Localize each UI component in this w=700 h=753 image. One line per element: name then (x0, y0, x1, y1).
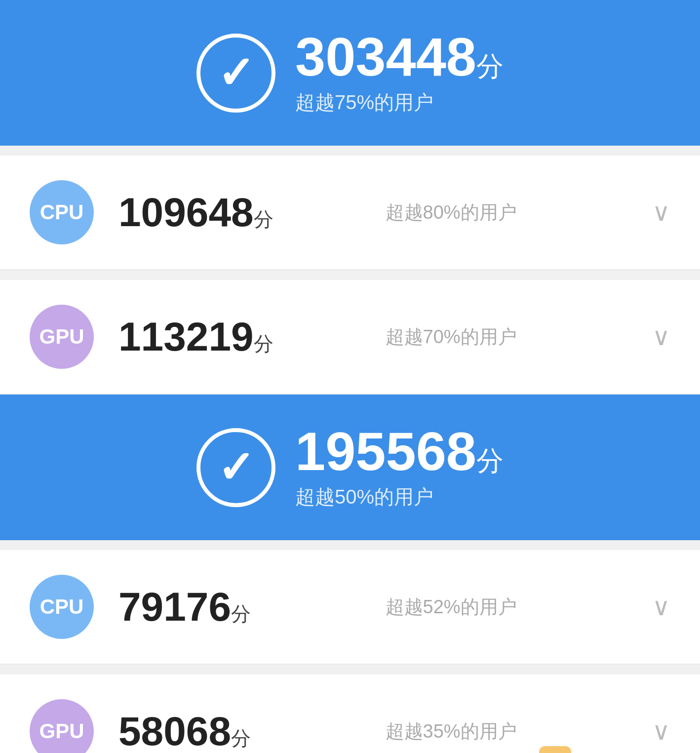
cpu-row-2[interactable]: CPU 79176分 超越52%的用户 ∨ (0, 550, 700, 665)
score-row-1: ✓ 303448分 超越75%的用户 (196, 30, 504, 116)
cpu-score-unit-2: 分 (231, 603, 251, 625)
check-circle-1: ✓ (196, 34, 275, 113)
gpu-percentile-1: 超越70%的用户 (386, 324, 628, 350)
checkmark-icon-2: ✓ (217, 445, 254, 490)
divider-3 (0, 665, 700, 674)
result-section-2: ✓ 195568分 超越50%的用户 (0, 395, 700, 540)
total-score-2: 195568分 (295, 424, 504, 478)
score-value-2: 195568 (295, 421, 476, 481)
score-info-2: 195568分 超越50%的用户 (295, 424, 504, 511)
gpu-score-2: 58068分 (118, 708, 361, 753)
cpu-score-1: 109648分 (118, 189, 361, 236)
gpu-badge-2: GPU (30, 699, 94, 753)
gpu-percentile-2: 超越35%的用户 (386, 719, 628, 744)
watermark: 发 www.favourxi.com (539, 746, 681, 753)
score-subtitle-1: 超越75%的用户 (295, 89, 504, 116)
score-unit-1: 分 (476, 51, 504, 81)
score-value-1: 303448 (295, 26, 476, 87)
cpu-row-1[interactable]: CPU 109648分 超越80%的用户 ∨ (0, 156, 700, 270)
checkmark-icon-1: ✓ (217, 51, 254, 95)
score-info-1: 303448分 超越75%的用户 (295, 30, 504, 116)
divider-2 (0, 540, 700, 550)
check-circle-2: ✓ (196, 428, 275, 507)
watermark-icon: 发 (539, 746, 571, 753)
divider-0 (0, 146, 700, 156)
cpu-score-unit-1: 分 (254, 208, 273, 230)
cpu-percentile-2: 超越52%的用户 (386, 594, 628, 620)
score-unit-2: 分 (476, 445, 504, 476)
divider-1 (0, 270, 700, 280)
gpu-score-value-1: 113219 (118, 314, 254, 359)
gpu-row-1[interactable]: GPU 113219分 超越70%的用户 ∨ (0, 280, 700, 395)
cpu-score-value-2: 79176 (118, 584, 231, 629)
cpu-score-value-1: 109648 (118, 190, 254, 235)
total-score-1: 303448分 (295, 30, 504, 84)
result-section-1: ✓ 303448分 超越75%的用户 (0, 0, 700, 146)
cpu-badge-2: CPU (30, 575, 94, 639)
cpu-percentile-1: 超越80%的用户 (386, 200, 628, 225)
chevron-icon-1[interactable]: ∨ (652, 198, 670, 227)
score-subtitle-2: 超越50%的用户 (295, 483, 504, 511)
gpu-score-unit-2: 分 (231, 727, 251, 749)
gpu-score-unit-1: 分 (254, 333, 273, 355)
gpu-score-1: 113219分 (118, 314, 361, 360)
chevron-icon-3[interactable]: ∨ (652, 593, 670, 621)
score-row-2: ✓ 195568分 超越50%的用户 (196, 424, 504, 511)
gpu-score-value-2: 58068 (118, 709, 231, 753)
cpu-score-2: 79176分 (118, 584, 361, 630)
page-container: ✓ 303448分 超越75%的用户 CPU 109648分 超越80%的用户 … (0, 0, 700, 753)
gpu-badge-1: GPU (30, 305, 94, 369)
chevron-icon-4[interactable]: ∨ (652, 717, 670, 746)
cpu-badge-1: CPU (30, 180, 94, 244)
chevron-icon-2[interactable]: ∨ (652, 322, 670, 351)
gpu-row-2[interactable]: GPU 58068分 超越35%的用户 ∨ 发 www.favourxi.com (0, 674, 700, 753)
